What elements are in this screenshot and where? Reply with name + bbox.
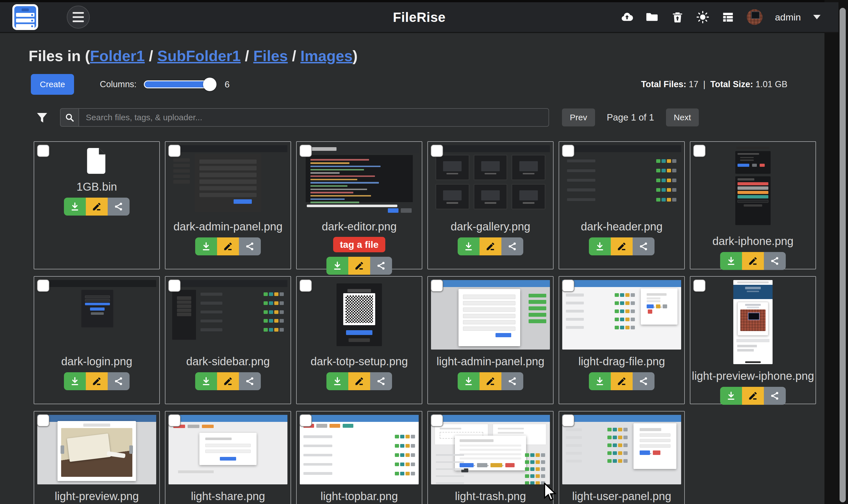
list-view-icon[interactable] xyxy=(722,11,735,23)
edit-button[interactable] xyxy=(742,387,764,405)
trash-restore-icon[interactable] xyxy=(671,11,684,23)
edit-button[interactable] xyxy=(479,237,501,255)
prev-page-button[interactable]: Prev xyxy=(562,108,595,126)
share-button[interactable] xyxy=(501,372,523,390)
file-checkbox[interactable] xyxy=(300,414,312,427)
search-group xyxy=(60,108,549,127)
file-thumbnail[interactable] xyxy=(37,280,156,349)
file-name: light-admin-panel.png xyxy=(437,355,545,368)
file-thumbnail[interactable] xyxy=(431,280,550,349)
file-checkbox[interactable] xyxy=(168,280,181,292)
breadcrumb-link[interactable]: Images xyxy=(300,47,353,64)
share-button[interactable] xyxy=(370,257,392,275)
download-button[interactable] xyxy=(64,372,86,390)
download-button[interactable] xyxy=(589,237,611,255)
file-checkbox[interactable] xyxy=(300,145,312,157)
share-button[interactable] xyxy=(108,372,129,390)
username-label[interactable]: admin xyxy=(775,12,801,23)
share-button[interactable] xyxy=(108,198,129,216)
edit-button[interactable] xyxy=(86,198,108,216)
file-thumbnail[interactable] xyxy=(169,415,287,484)
file-checkbox[interactable] xyxy=(562,414,574,427)
download-button[interactable] xyxy=(195,237,217,255)
share-button[interactable] xyxy=(370,372,392,390)
file-thumbnail[interactable] xyxy=(37,415,156,484)
search-icon[interactable] xyxy=(60,108,78,127)
edit-button[interactable] xyxy=(479,372,501,390)
scrollbar[interactable] xyxy=(840,8,846,502)
download-button[interactable] xyxy=(720,252,742,270)
upload-icon[interactable] xyxy=(621,11,634,23)
breadcrumb-link[interactable]: Files xyxy=(253,47,288,64)
file-checkbox[interactable] xyxy=(693,280,706,292)
file-card: light-share.png xyxy=(165,411,291,504)
file-checkbox[interactable] xyxy=(693,145,706,157)
share-button[interactable] xyxy=(764,387,786,405)
download-button[interactable] xyxy=(458,372,479,390)
download-button[interactable] xyxy=(64,198,86,216)
slider-thumb[interactable] xyxy=(203,78,216,91)
edit-button[interactable] xyxy=(348,372,370,390)
file-checkbox[interactable] xyxy=(562,145,574,157)
file-name: 1GB.bin xyxy=(76,181,117,193)
file-checkbox[interactable] xyxy=(168,414,181,427)
download-button[interactable] xyxy=(326,257,348,275)
menu-button[interactable] xyxy=(67,6,90,29)
download-button[interactable] xyxy=(720,387,742,405)
total-size-label: Total Size: xyxy=(710,79,753,89)
file-checkbox[interactable] xyxy=(168,145,181,157)
file-checkbox[interactable] xyxy=(37,280,49,292)
share-button[interactable] xyxy=(501,237,523,255)
file-checkbox[interactable] xyxy=(300,280,312,292)
file-thumbnail[interactable] xyxy=(300,280,419,349)
user-avatar[interactable] xyxy=(747,9,762,25)
file-thumbnail[interactable] xyxy=(562,415,681,484)
edit-button[interactable] xyxy=(86,372,108,390)
file-checkbox[interactable] xyxy=(562,280,574,292)
file-thumbnail[interactable] xyxy=(169,280,287,349)
download-button[interactable] xyxy=(326,372,348,390)
file-checkbox[interactable] xyxy=(431,280,443,292)
file-thumbnail[interactable] xyxy=(300,145,419,215)
share-button[interactable] xyxy=(633,237,654,255)
share-button[interactable] xyxy=(239,237,261,255)
edit-button[interactable] xyxy=(348,257,370,275)
share-button[interactable] xyxy=(633,372,654,390)
edit-button[interactable] xyxy=(217,372,239,390)
file-thumbnail[interactable] xyxy=(300,415,419,484)
file-tag-badge[interactable]: tag a file xyxy=(333,237,385,252)
filter-icon[interactable] xyxy=(35,110,49,124)
breadcrumb-link[interactable]: SubFolder1 xyxy=(157,47,241,64)
edit-button[interactable] xyxy=(611,237,633,255)
filerise-logo-icon[interactable] xyxy=(12,4,38,30)
file-thumbnail[interactable] xyxy=(733,145,773,229)
file-thumbnail[interactable] xyxy=(169,145,287,215)
file-thumbnail[interactable] xyxy=(562,145,681,215)
file-thumbnail[interactable] xyxy=(733,280,773,364)
share-button[interactable] xyxy=(239,372,261,390)
next-page-button[interactable]: Next xyxy=(666,108,699,126)
download-button[interactable] xyxy=(195,372,217,390)
file-checkbox[interactable] xyxy=(37,414,49,427)
file-thumbnail[interactable] xyxy=(431,415,550,484)
share-button[interactable] xyxy=(764,252,786,270)
file-card: dark-sidebar.png xyxy=(165,276,291,404)
chevron-down-icon[interactable] xyxy=(813,15,820,19)
edit-button[interactable] xyxy=(217,237,239,255)
file-actions xyxy=(64,198,129,216)
download-button[interactable] xyxy=(458,237,479,255)
file-thumbnail[interactable] xyxy=(431,145,550,215)
file-thumbnail[interactable] xyxy=(562,280,681,349)
folder-icon[interactable] xyxy=(646,11,659,23)
edit-button[interactable] xyxy=(742,252,764,270)
file-checkbox[interactable] xyxy=(431,414,443,427)
search-input[interactable] xyxy=(78,108,549,127)
breadcrumb-link[interactable]: Folder1 xyxy=(90,47,145,64)
file-checkbox[interactable] xyxy=(431,145,443,157)
brightness-icon[interactable] xyxy=(696,11,709,23)
create-button[interactable]: Create xyxy=(31,74,74,95)
file-checkbox[interactable] xyxy=(37,145,49,157)
columns-slider[interactable] xyxy=(144,80,215,88)
edit-button[interactable] xyxy=(611,372,633,390)
download-button[interactable] xyxy=(589,372,611,390)
